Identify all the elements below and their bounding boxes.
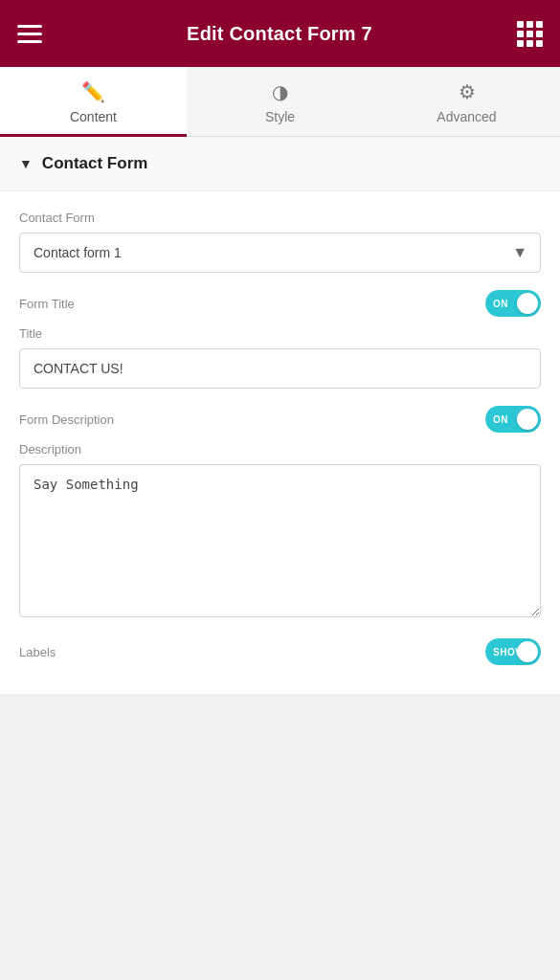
- form-title-toggle-thumb: [517, 293, 538, 314]
- description-field-group: Description Say Something: [19, 442, 541, 621]
- page-title: Edit Contact Form 7: [187, 23, 372, 45]
- contact-form-field-label: Contact Form: [19, 211, 541, 225]
- labels-toggle-label: Labels: [19, 645, 56, 659]
- form-description-toggle-text: ON: [493, 414, 508, 425]
- tab-bar: ✏️ Content ◑ Style ⚙ Advanced: [0, 67, 560, 137]
- form-title-toggle-track: ON: [485, 290, 541, 317]
- form-description-toggle[interactable]: ON: [485, 406, 541, 433]
- tab-style-label: Style: [265, 109, 295, 124]
- tab-style[interactable]: ◑ Style: [187, 67, 373, 136]
- title-field-group: Title: [19, 326, 541, 389]
- tab-advanced[interactable]: ⚙ Advanced: [373, 67, 560, 136]
- section-header[interactable]: ▼ Contact Form: [0, 137, 560, 191]
- form-description-toggle-label: Form Description: [19, 412, 114, 427]
- gear-icon: ⚙: [459, 80, 476, 103]
- tab-advanced-label: Advanced: [437, 109, 496, 124]
- form-description-toggle-row: Form Description ON: [19, 406, 541, 433]
- form-title-toggle-row: Form Title ON: [19, 290, 541, 317]
- tab-content-label: Content: [70, 109, 117, 124]
- contact-form-field-group: Contact Form Contact form 1 Contact form…: [19, 211, 541, 273]
- labels-toggle[interactable]: SHOW: [485, 638, 541, 665]
- form-content: Contact Form Contact form 1 Contact form…: [0, 191, 560, 694]
- form-fields-area: Contact Form Contact form 1 Contact form…: [0, 191, 560, 694]
- contact-form-select-wrapper: Contact form 1 Contact form 2 Contact fo…: [19, 233, 541, 273]
- app-header: Edit Contact Form 7: [0, 0, 560, 67]
- title-input[interactable]: [19, 348, 541, 389]
- labels-toggle-track: SHOW: [485, 638, 541, 665]
- labels-toggle-row: Labels SHOW: [19, 638, 541, 665]
- apps-grid-button[interactable]: [517, 21, 543, 47]
- circle-half-icon: ◑: [272, 80, 288, 103]
- form-title-toggle-label: Form Title: [19, 297, 75, 311]
- form-description-toggle-thumb: [517, 409, 538, 430]
- section-title: Contact Form: [42, 154, 148, 173]
- hamburger-menu-button[interactable]: [17, 25, 42, 43]
- form-title-toggle-text: ON: [493, 299, 508, 309]
- title-field-label: Title: [19, 326, 541, 341]
- description-field-label: Description: [19, 442, 541, 457]
- section-collapse-arrow: ▼: [19, 156, 33, 171]
- form-title-toggle[interactable]: ON: [485, 290, 541, 317]
- tab-content[interactable]: ✏️ Content: [0, 67, 187, 136]
- description-textarea[interactable]: Say Something: [19, 464, 541, 617]
- form-description-toggle-track: ON: [485, 406, 541, 433]
- contact-form-select[interactable]: Contact form 1 Contact form 2 Contact fo…: [19, 233, 541, 273]
- labels-toggle-thumb: [517, 641, 538, 662]
- pencil-icon: ✏️: [81, 80, 105, 103]
